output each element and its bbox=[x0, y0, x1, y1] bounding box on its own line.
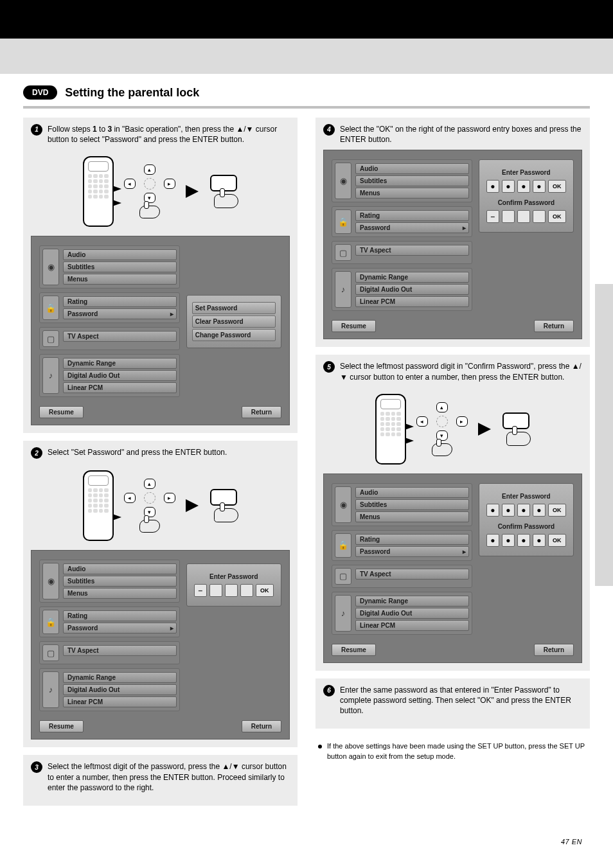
lock-icon: 🔒 bbox=[42, 610, 59, 634]
menu-password[interactable]: Password bbox=[63, 308, 177, 319]
return-button[interactable]: Return bbox=[242, 406, 281, 418]
menu-dynrange[interactable]: Dynamic Range bbox=[63, 358, 177, 369]
menu-menus[interactable]: Menus bbox=[63, 588, 177, 599]
ok-button[interactable]: OK bbox=[548, 534, 566, 547]
menu-digaudio[interactable]: Digital Audio Out bbox=[355, 608, 469, 619]
step-1: 1 Follow steps 1 to 3 in "Basic operatio… bbox=[23, 118, 298, 433]
menu-tvaspect[interactable]: TV Aspect bbox=[355, 245, 469, 256]
submenu-set[interactable]: Set Password bbox=[192, 302, 276, 314]
password-cell[interactable] bbox=[502, 180, 515, 193]
password-cell[interactable] bbox=[533, 504, 546, 517]
tv-icon: ▢ bbox=[42, 330, 59, 347]
step-3-text: Select the leftmost digit of the passwor… bbox=[48, 761, 290, 793]
ok-button[interactable]: OK bbox=[256, 584, 274, 597]
menu-lpcm[interactable]: Linear PCM bbox=[355, 620, 469, 631]
menu-digaudio[interactable]: Digital Audio Out bbox=[63, 684, 177, 695]
menu-tvaspect[interactable]: TV Aspect bbox=[63, 645, 177, 656]
menu-dynrange[interactable]: Dynamic Range bbox=[355, 272, 469, 283]
password-cell[interactable] bbox=[517, 180, 530, 193]
menu-lpcm[interactable]: Linear PCM bbox=[355, 296, 469, 307]
password-cell[interactable] bbox=[225, 584, 238, 597]
arrow-right-icon bbox=[186, 499, 199, 512]
menu-audio[interactable]: Audio bbox=[63, 563, 177, 574]
section-marker: DVD bbox=[23, 85, 57, 100]
hand-icon bbox=[432, 443, 452, 456]
speaker-icon: ♪ bbox=[42, 357, 59, 394]
footnote: If the above settings have been made usi… bbox=[315, 736, 590, 766]
menu-digaudio[interactable]: Digital Audio Out bbox=[63, 370, 177, 381]
step-4: 4 Select the "OK" on the right of the pa… bbox=[315, 118, 590, 347]
password-cell[interactable] bbox=[486, 504, 499, 517]
password-cell[interactable] bbox=[533, 210, 546, 223]
menu-dynrange[interactable]: Dynamic Range bbox=[63, 672, 177, 683]
menu-audio[interactable]: Audio bbox=[355, 163, 469, 174]
menu-rating[interactable]: Rating bbox=[63, 296, 177, 307]
password-cell[interactable] bbox=[517, 210, 530, 223]
password-cell[interactable] bbox=[502, 534, 515, 547]
footnote-text: If the above settings have been made usi… bbox=[327, 741, 587, 761]
tv-icon: ▢ bbox=[335, 244, 351, 261]
tv-icon: ▢ bbox=[42, 644, 59, 661]
password-cell[interactable] bbox=[194, 584, 207, 597]
menu-tvaspect[interactable]: TV Aspect bbox=[63, 331, 177, 342]
password-cell[interactable] bbox=[502, 504, 515, 517]
password-cell[interactable] bbox=[517, 534, 530, 547]
password-cell[interactable] bbox=[486, 180, 499, 193]
password-cell[interactable] bbox=[533, 534, 546, 547]
resume-button[interactable]: Resume bbox=[332, 320, 376, 332]
dpad-icon: ◂▸▴▾ bbox=[124, 164, 175, 203]
menu-dynrange[interactable]: Dynamic Range bbox=[355, 596, 469, 607]
password-cell[interactable] bbox=[209, 584, 222, 597]
menu-subtitles[interactable]: Subtitles bbox=[355, 175, 469, 186]
menu-lpcm[interactable]: Linear PCM bbox=[63, 382, 177, 393]
dpad-icon: ◂▸▴▾ bbox=[124, 479, 175, 517]
menu-digaudio[interactable]: Digital Audio Out bbox=[355, 284, 469, 295]
password-cell[interactable] bbox=[486, 534, 499, 547]
password-cell[interactable] bbox=[517, 504, 530, 517]
hand-icon bbox=[214, 194, 238, 208]
remote-icon bbox=[83, 156, 114, 227]
resume-button[interactable]: Resume bbox=[39, 406, 84, 418]
menu-rating[interactable]: Rating bbox=[63, 610, 177, 621]
menu-audio[interactable]: Audio bbox=[63, 249, 177, 260]
lock-icon: 🔒 bbox=[335, 533, 351, 558]
menu-password[interactable]: Password bbox=[63, 623, 177, 633]
osd-screenshot-2: ◉ Audio Subtitles Menus 🔒 Rating Passwor… bbox=[31, 550, 290, 740]
password-cell[interactable] bbox=[533, 180, 546, 193]
menu-subtitles[interactable]: Subtitles bbox=[355, 499, 469, 510]
menu-password[interactable]: Password bbox=[355, 546, 469, 557]
arrow-right-icon bbox=[478, 423, 491, 436]
step-2-illustration: ◂▸▴▾ bbox=[31, 464, 290, 550]
return-button[interactable]: Return bbox=[534, 320, 574, 332]
menu-menus[interactable]: Menus bbox=[63, 274, 177, 285]
menu-rating[interactable]: Rating bbox=[355, 210, 469, 221]
menu-password[interactable]: Password bbox=[355, 222, 469, 233]
password-cell[interactable] bbox=[486, 210, 499, 223]
step-4-text: Select the "OK" on the right of the pass… bbox=[340, 124, 582, 145]
resume-button[interactable]: Resume bbox=[39, 720, 84, 732]
menu-subtitles[interactable]: Subtitles bbox=[63, 576, 177, 587]
step-6: 6 Enter the same password as that entere… bbox=[315, 678, 590, 729]
osd-screenshot-1: ◉ Audio Subtitles Menus 🔒 Rating Passwor… bbox=[31, 236, 290, 425]
return-button[interactable]: Return bbox=[534, 644, 574, 656]
return-button[interactable]: Return bbox=[242, 720, 281, 732]
ok-button[interactable]: OK bbox=[548, 180, 566, 193]
menu-lpcm[interactable]: Linear PCM bbox=[63, 696, 177, 707]
ok-button[interactable]: OK bbox=[548, 210, 566, 223]
menu-tvaspect[interactable]: TV Aspect bbox=[355, 569, 469, 580]
menu-rating[interactable]: Rating bbox=[355, 534, 469, 545]
resume-button[interactable]: Resume bbox=[332, 644, 376, 656]
menu-subtitles[interactable]: Subtitles bbox=[63, 261, 177, 272]
menu-audio[interactable]: Audio bbox=[355, 487, 469, 498]
submenu-clear[interactable]: Clear Password bbox=[192, 315, 276, 328]
submenu-change[interactable]: Change Password bbox=[192, 329, 276, 341]
ok-button[interactable]: OK bbox=[548, 504, 566, 517]
menu-menus[interactable]: Menus bbox=[355, 188, 469, 199]
disc-icon: ◉ bbox=[42, 249, 59, 285]
bullet-icon bbox=[318, 745, 322, 748]
password-cell[interactable] bbox=[502, 210, 515, 223]
password-cell[interactable] bbox=[240, 584, 253, 597]
disc-icon: ◉ bbox=[42, 563, 59, 599]
menu-menus[interactable]: Menus bbox=[355, 511, 469, 522]
speaker-icon: ♪ bbox=[335, 595, 351, 632]
